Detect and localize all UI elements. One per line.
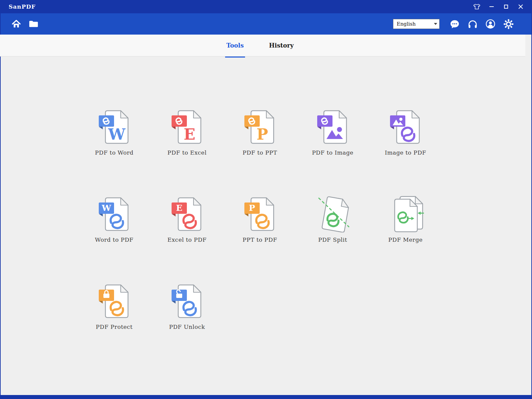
- pdf-protect-icon: [95, 282, 134, 320]
- tool-pdf-to-image[interactable]: PDF to Image: [296, 108, 369, 156]
- tool-image-to-pdf[interactable]: Image to PDF: [369, 108, 442, 156]
- maximize-icon: [504, 5, 508, 9]
- svg-text:P: P: [256, 125, 268, 143]
- folder-icon: [29, 20, 39, 28]
- home-icon: [12, 20, 21, 28]
- tool-label: PDF Unlock: [169, 324, 205, 330]
- shirt-icon: [473, 3, 480, 10]
- account-button[interactable]: [485, 18, 496, 30]
- window-controls: [472, 2, 525, 11]
- active-tab-underline: [225, 57, 245, 58]
- tool-pdf-unlock[interactable]: PDF Unlock: [151, 282, 223, 330]
- tools-grid: WPDF to WordEPDF to ExcelPPDF to PPTPDF …: [78, 108, 531, 330]
- close-icon: [518, 4, 523, 9]
- tool-label: PDF to Excel: [168, 149, 207, 156]
- tool-word-to-pdf[interactable]: WWord to PDF: [78, 195, 151, 243]
- svg-text:P: P: [249, 203, 255, 213]
- open-folder-button[interactable]: [28, 18, 39, 30]
- home-button[interactable]: [11, 18, 22, 30]
- tab-history[interactable]: History: [267, 40, 296, 51]
- tool-label: Word to PDF: [95, 236, 134, 243]
- tool-label: PDF Protect: [96, 324, 133, 330]
- toolbar-right: English: [393, 18, 514, 30]
- user-avatar-icon: [485, 19, 495, 29]
- tool-label: PPT to PDF: [243, 236, 277, 243]
- tool-pdf-to-ppt[interactable]: PPDF to PPT: [223, 108, 296, 156]
- chat-bubble-icon: [450, 20, 460, 29]
- language-select[interactable]: English: [393, 19, 440, 29]
- gear-icon: [503, 19, 514, 29]
- language-value: English: [393, 21, 432, 27]
- content-area: WPDF to WordEPDF to ExcelPPDF to PPTPDF …: [1, 57, 531, 395]
- svg-text:E: E: [176, 203, 182, 213]
- pdf-split-icon: [313, 195, 352, 232]
- titlebar: SanPDF: [1, 0, 531, 13]
- tool-label: Image to PDF: [385, 149, 426, 156]
- tool-ppt-to-pdf[interactable]: PPPT to PDF: [223, 195, 296, 243]
- close-button[interactable]: [516, 2, 525, 11]
- tool-label: PDF to PPT: [243, 149, 277, 156]
- pdf-merge-icon: [386, 195, 425, 232]
- tool-pdf-to-word[interactable]: WPDF to Word: [78, 108, 151, 156]
- tool-label: PDF to Image: [312, 149, 353, 156]
- pdf-unlock-icon: [168, 282, 207, 320]
- maximize-button[interactable]: [501, 2, 511, 11]
- tool-pdf-merge[interactable]: PDF Merge: [369, 195, 442, 243]
- tab-tools[interactable]: Tools: [224, 40, 246, 51]
- svg-text:W: W: [101, 203, 111, 213]
- excel-to-pdf-icon: E: [168, 195, 207, 232]
- tool-label: Excel to PDF: [168, 236, 207, 243]
- tab-tools-label: Tools: [226, 42, 244, 49]
- toolbar-left: [11, 18, 39, 30]
- pdf-to-excel-icon: E: [168, 108, 207, 145]
- tool-pdf-split[interactable]: PDF Split: [296, 195, 369, 243]
- svg-text:E: E: [184, 125, 195, 143]
- tool-pdf-to-excel[interactable]: EPDF to Excel: [151, 108, 223, 156]
- tab-history-label: History: [269, 42, 294, 49]
- app-title: SanPDF: [9, 3, 36, 10]
- dropdown-arrow-icon: [432, 19, 439, 29]
- pdf-to-ppt-icon: P: [240, 108, 280, 145]
- support-button[interactable]: [467, 18, 478, 30]
- word-to-pdf-icon: W: [95, 195, 134, 232]
- tab-bar: Tools History: [0, 35, 525, 57]
- tool-pdf-protect[interactable]: PDF Protect: [78, 282, 151, 330]
- minimize-button[interactable]: [487, 2, 496, 11]
- svg-text:W: W: [108, 125, 126, 143]
- tool-label: PDF to Word: [95, 149, 134, 156]
- image-to-pdf-icon: [386, 108, 425, 145]
- pdf-to-word-icon: W: [95, 108, 134, 145]
- pdf-to-image-icon: [313, 108, 352, 145]
- settings-button[interactable]: [503, 18, 514, 30]
- skin-theme-button[interactable]: [472, 2, 481, 11]
- ppt-to-pdf-icon: P: [240, 195, 280, 232]
- minimize-icon: [489, 6, 494, 7]
- tool-excel-to-pdf[interactable]: EExcel to PDF: [151, 195, 223, 243]
- tool-label: PDF Split: [318, 236, 347, 243]
- app-window: SanPDF: [0, 0, 532, 399]
- toolbar: English: [1, 13, 531, 35]
- feedback-button[interactable]: [449, 18, 460, 30]
- headphones-icon: [468, 20, 477, 29]
- tool-label: PDF Merge: [388, 236, 423, 243]
